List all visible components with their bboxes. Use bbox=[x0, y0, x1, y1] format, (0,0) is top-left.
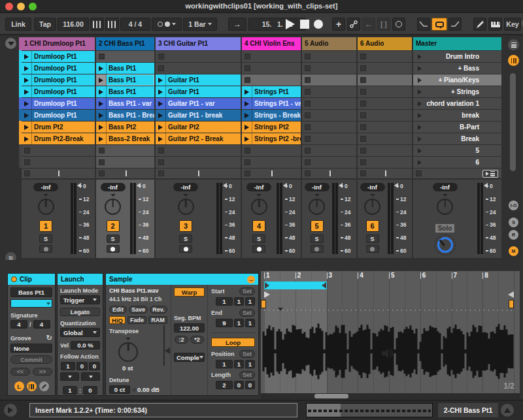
empty-clip-slot[interactable] bbox=[302, 145, 356, 156]
empty-clip-slot[interactable] bbox=[242, 145, 301, 156]
loop-button[interactable]: Loop bbox=[211, 338, 255, 347]
empty-clip-slot[interactable] bbox=[358, 133, 412, 144]
hiq-button[interactable]: HiQ bbox=[109, 316, 126, 324]
track-stop-button[interactable] bbox=[156, 169, 241, 178]
track-header[interactable]: 3 CHI Guitar Pt1 bbox=[156, 37, 241, 50]
pan-knob[interactable] bbox=[437, 199, 453, 215]
end-marker-icon[interactable] bbox=[508, 291, 514, 298]
solo-button[interactable]: S bbox=[366, 234, 379, 243]
pan-knob[interactable] bbox=[251, 199, 267, 215]
follow-action-beats-field[interactable]: 0 bbox=[76, 362, 88, 370]
follow-chance-a-field[interactable]: 1 bbox=[63, 386, 77, 395]
arm-button[interactable] bbox=[311, 245, 324, 253]
clip-slot[interactable]: Bass Pt1 bbox=[96, 86, 154, 97]
arm-button[interactable] bbox=[252, 245, 265, 253]
signature-denominator-field[interactable]: 4 bbox=[33, 320, 50, 329]
clip-slot[interactable]: Guitar Pt2 bbox=[156, 121, 241, 133]
clip-launch-icon[interactable] bbox=[96, 133, 107, 144]
clip-launch-icon[interactable] bbox=[96, 63, 107, 74]
empty-clip-slot[interactable] bbox=[302, 63, 356, 74]
track-header[interactable]: 2 CHI Bass Pt1 bbox=[96, 37, 154, 50]
waveform-horizontal-scrollbar[interactable] bbox=[261, 393, 520, 399]
clip-color-chooser[interactable] bbox=[10, 299, 52, 308]
clip-launch-icon[interactable] bbox=[156, 121, 166, 133]
gain-slider[interactable] bbox=[163, 325, 165, 366]
empty-clip-slot[interactable] bbox=[242, 63, 301, 74]
track-stop-button[interactable] bbox=[302, 169, 356, 178]
clip-slot[interactable]: Drumloop Pt1 bbox=[22, 98, 95, 109]
track-activator-button[interactable]: 5 bbox=[311, 220, 324, 232]
punch-in-button[interactable] bbox=[417, 18, 430, 31]
scene-slot[interactable]: Drum Intro bbox=[413, 51, 501, 62]
clip-slot[interactable]: Guitar Pt2 - Break bbox=[156, 133, 241, 144]
clip-launch-icon[interactable] bbox=[22, 63, 32, 74]
clip-slot[interactable]: Bass Pt2 bbox=[96, 121, 154, 133]
clip-overview[interactable] bbox=[306, 403, 433, 417]
tap-tempo-button[interactable]: Tap bbox=[34, 18, 56, 31]
scene-overview-button[interactable] bbox=[508, 39, 519, 50]
re-enable-automation-button[interactable]: ← bbox=[362, 18, 375, 31]
solo-button[interactable]: S bbox=[39, 234, 52, 243]
ram-button[interactable]: RAM bbox=[148, 316, 167, 324]
clip-slot[interactable]: Strings Pt1 bbox=[242, 86, 301, 97]
warp-marker[interactable] bbox=[509, 300, 514, 308]
empty-clip-slot[interactable] bbox=[358, 121, 412, 133]
arm-button[interactable] bbox=[107, 245, 120, 253]
empty-clip-slot[interactable] bbox=[302, 86, 356, 97]
end-set-button[interactable]: Set bbox=[239, 309, 255, 317]
gain-value[interactable]: 0.00 dB bbox=[137, 386, 160, 393]
commit-button[interactable]: Commit bbox=[10, 355, 52, 364]
position-bars-field[interactable]: 1 bbox=[216, 360, 233, 368]
volume-display[interactable]: -Inf bbox=[305, 183, 329, 191]
track-stop-button[interactable] bbox=[22, 169, 95, 178]
key-map-button[interactable]: Key bbox=[504, 18, 521, 31]
start-marker-icon[interactable] bbox=[264, 291, 270, 298]
scene-slot[interactable]: chord variation 1 bbox=[413, 98, 501, 109]
track-header[interactable]: 1 CHI Drumloop Pt1 bbox=[22, 37, 95, 50]
empty-clip-slot[interactable] bbox=[156, 51, 241, 62]
capture-midi-button[interactable]: [ ] bbox=[377, 18, 390, 31]
clip-launch-icon[interactable] bbox=[242, 98, 252, 109]
scene-slot[interactable]: 6 bbox=[413, 157, 501, 168]
end-beats-field[interactable]: 1 bbox=[234, 319, 244, 327]
follow-action-b-chooser[interactable] bbox=[81, 372, 100, 381]
meter-view-button[interactable] bbox=[508, 55, 519, 66]
clip-launch-icon[interactable] bbox=[22, 98, 32, 109]
pan-knob[interactable] bbox=[178, 199, 194, 215]
track-activator-button[interactable]: 1 bbox=[39, 220, 52, 232]
empty-clip-slot[interactable] bbox=[22, 157, 95, 168]
reverse-button[interactable]: Rev. bbox=[150, 306, 167, 314]
volume-display[interactable]: -Inf bbox=[101, 183, 126, 191]
play-button[interactable] bbox=[286, 18, 295, 31]
empty-clip-slot[interactable] bbox=[358, 157, 412, 168]
empty-clip-slot[interactable] bbox=[358, 145, 412, 156]
empty-clip-slot[interactable] bbox=[96, 51, 154, 62]
empty-clip-slot[interactable] bbox=[302, 51, 356, 62]
clip-launch-icon[interactable] bbox=[242, 133, 252, 144]
clip-slot[interactable]: Drumloop Pt1 bbox=[22, 51, 95, 62]
clip-slot[interactable]: Drum Pt2-Break bbox=[22, 133, 95, 144]
punch-out-button[interactable] bbox=[448, 18, 462, 31]
empty-clip-slot[interactable] bbox=[96, 157, 154, 168]
track-header[interactable]: 5 Audio bbox=[302, 37, 356, 50]
tempo-field[interactable]: 116.00 bbox=[58, 18, 89, 31]
empty-clip-slot[interactable] bbox=[302, 110, 356, 121]
track-activator-button[interactable]: 2 bbox=[107, 220, 120, 232]
nudge-down-button[interactable] bbox=[90, 18, 104, 31]
clip-name-field[interactable]: Bass Pt1 bbox=[10, 287, 52, 297]
arm-button[interactable] bbox=[366, 245, 379, 253]
volume-display[interactable]: -Inf bbox=[360, 183, 385, 191]
gain-slider-handle[interactable] bbox=[165, 347, 170, 354]
empty-clip-slot[interactable] bbox=[156, 145, 241, 156]
solo-button[interactable]: S bbox=[179, 234, 192, 243]
double-tempo-button[interactable]: *2 bbox=[190, 336, 204, 344]
scene-slot[interactable]: 5 bbox=[413, 145, 501, 156]
start-bars-field[interactable]: 1 bbox=[216, 297, 233, 306]
arm-button[interactable] bbox=[39, 245, 52, 253]
clip-slot[interactable]: Strings - Break bbox=[242, 110, 301, 121]
solo-button[interactable]: S bbox=[252, 234, 265, 243]
empty-clip-slot[interactable] bbox=[242, 157, 301, 168]
launch-mode-chooser[interactable]: Trigger bbox=[60, 295, 100, 304]
follow-action-a-chooser[interactable] bbox=[60, 372, 79, 381]
solo-button[interactable]: S bbox=[311, 234, 324, 243]
